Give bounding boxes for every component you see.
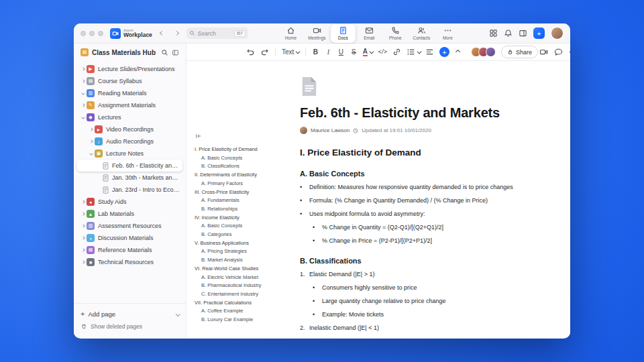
outline-item[interactable]: B. Pharmaceutical Industry [195, 282, 297, 290]
back-button[interactable] [157, 28, 167, 38]
sidebar-item[interactable]: ◖ Discussion Materials [77, 232, 182, 244]
doc-block[interactable]: 2. Inelastic Demand (|E| < 1) [300, 324, 551, 333]
tab-meetings[interactable]: Meetings [305, 24, 329, 43]
forward-button[interactable] [172, 28, 182, 38]
collaborator-avatar[interactable] [486, 47, 496, 57]
sidebar-item[interactable]: Jan. 30th - Markets and P… [77, 172, 182, 184]
expand-chevron-icon[interactable] [80, 104, 87, 107]
share-button[interactable]: Share [501, 46, 538, 58]
document-scroll-area[interactable]: I. Price Elasticity of DemandA. Basic Co… [186, 61, 570, 338]
sidebar-item[interactable]: ● Study Aids [77, 196, 182, 208]
sidebar-item[interactable]: ▣ Lecture Notes [77, 147, 182, 160]
outline-item[interactable]: I. Price Elasticity of Demand [195, 145, 297, 154]
underline-button[interactable]: U [335, 46, 347, 58]
redo-button[interactable] [258, 46, 271, 58]
expand-chevron-icon[interactable] [80, 68, 87, 70]
expand-chevron-icon[interactable] [80, 237, 87, 239]
outline-item[interactable]: C. Entertainment Industry [195, 290, 297, 299]
tab-phone[interactable]: Phone [383, 24, 408, 43]
outline-item[interactable]: A. Electric Vehicle Market [195, 274, 297, 282]
expand-chevron-icon[interactable] [88, 140, 95, 143]
outline-item[interactable]: A. Coffee Example [195, 307, 297, 316]
minimize-button[interactable] [89, 31, 95, 36]
doc-block[interactable]: • Example: Movie tickets [313, 310, 551, 319]
expand-chevron-icon[interactable] [80, 200, 87, 203]
expand-chevron-icon[interactable] [88, 128, 95, 131]
outline-item[interactable]: B. Relationships [195, 205, 297, 214]
sidebar-item[interactable]: ▥ Reading Materials [77, 87, 182, 99]
outline-item[interactable]: A. Primary Factors [195, 180, 297, 188]
tab-contacts[interactable]: Contacts [409, 24, 434, 43]
sidebar-item[interactable]: ▤ Reference Materials [77, 244, 182, 256]
collapse-sidebar-icon[interactable] [172, 49, 179, 56]
tab-home[interactable]: Home [278, 24, 303, 43]
sidebar-item[interactable]: ▲ Lab Materials [77, 208, 182, 220]
expand-chevron-icon[interactable] [80, 249, 87, 251]
bold-button[interactable]: B [310, 46, 321, 58]
outline-item[interactable]: III. Cross-Price Elasticity [195, 188, 297, 197]
expand-chevron-icon[interactable] [80, 261, 87, 263]
add-page-menu-chevron-icon[interactable] [176, 312, 180, 316]
zoom-window-button[interactable] [98, 31, 103, 36]
doc-block[interactable]: • Consumers highly sensitive to price [313, 284, 551, 292]
sidebar-item[interactable]: ▶ Lecture Slides/Presentations [77, 63, 182, 75]
expand-chevron-icon[interactable] [80, 92, 87, 95]
sidebar-item[interactable]: ◆ Lectures [77, 111, 182, 123]
italic-button[interactable]: I [323, 46, 334, 58]
undo-button[interactable] [244, 46, 257, 58]
code-button[interactable]: </> [376, 46, 389, 58]
sidebar-item[interactable]: ■ Technical Resources [77, 256, 182, 268]
insert-button[interactable]: + [437, 46, 451, 58]
new-item-button[interactable]: + [533, 27, 545, 39]
notifications-bell-icon[interactable] [504, 29, 513, 38]
outline-item[interactable]: IV. Income Elasticity [195, 214, 297, 223]
outline-item[interactable]: V. Business Applications [195, 239, 297, 248]
doc-block[interactable]: • Uses midpoint formula to avoid asymmet… [300, 210, 551, 219]
outline-item[interactable]: VII. Practical Calculations [195, 299, 297, 308]
outline-item[interactable]: B. Classifications [195, 162, 297, 171]
expand-chevron-icon[interactable] [80, 80, 87, 82]
outline-item[interactable]: A. Basic Concepts [195, 154, 297, 163]
language-globe-icon[interactable] [569, 48, 570, 56]
sidebar-search-icon[interactable] [161, 49, 168, 56]
global-search-input[interactable]: Search ⌘F [186, 27, 248, 39]
sidebar-item[interactable]: ► Video Recordings [77, 123, 182, 135]
expand-chevron-icon[interactable] [88, 152, 95, 155]
strikethrough-button[interactable]: S [348, 46, 360, 58]
document-page[interactable]: Feb. 6th - Elasticity and Markets Mauric… [300, 61, 551, 337]
align-button[interactable] [423, 46, 436, 58]
collapse-outline-icon[interactable] [195, 132, 203, 140]
document-title[interactable]: Feb. 6th - Elasticity and Markets [300, 105, 551, 121]
side-panel-icon[interactable] [519, 29, 527, 38]
doc-block[interactable]: A. Basic Concepts [300, 169, 551, 178]
outline-item[interactable]: B. Categories [195, 231, 297, 239]
tab-docs[interactable]: Docs [331, 24, 356, 43]
doc-block[interactable]: 1. Elastic Demand (|E| > 1) [300, 270, 551, 279]
expand-chevron-icon[interactable] [80, 225, 87, 227]
expand-chevron-icon[interactable] [96, 176, 103, 179]
outline-item[interactable]: VI. Real-World Case Studies [195, 265, 297, 274]
add-page-button[interactable]: + Add page [80, 307, 179, 320]
tab-more[interactable]: More [435, 24, 460, 43]
sidebar-item[interactable]: ♪ Audio Recordings [77, 135, 182, 147]
outline-item[interactable]: A. Basic Concepts [195, 222, 297, 231]
sidebar-item[interactable]: ▤ Course Syllabus [77, 75, 182, 87]
text-style-dropdown[interactable]: Text [280, 46, 301, 58]
doc-block[interactable]: • Large quantity change relative to pric… [313, 297, 551, 306]
doc-block[interactable]: • % Change in Price = (P2-P1)/[(P2+P1)/2… [313, 237, 551, 245]
outline-item[interactable]: A. Pricing Strategies [195, 247, 297, 256]
link-button[interactable] [390, 46, 403, 58]
show-deleted-pages-button[interactable]: Show deleted pages [80, 320, 179, 333]
expand-chevron-icon[interactable] [80, 213, 87, 215]
expand-chevron-icon[interactable] [96, 164, 103, 167]
video-record-icon[interactable] [539, 48, 548, 56]
sidebar-item[interactable]: Feb. 6th - Elasticity and M… [77, 160, 182, 172]
doc-block[interactable]: I. Price Elasticity of Demand [300, 147, 551, 158]
comments-icon[interactable] [554, 48, 563, 56]
apps-grid-icon[interactable] [489, 29, 498, 38]
list-button[interactable] [405, 46, 423, 58]
expand-chevron-icon[interactable] [80, 116, 87, 119]
doc-block[interactable]: • Definition: Measures how responsive qu… [300, 183, 551, 192]
outline-item[interactable]: A. Fundamentals [195, 196, 297, 205]
doc-block[interactable]: • Formula: (% Change in Quantity Demande… [300, 196, 551, 205]
